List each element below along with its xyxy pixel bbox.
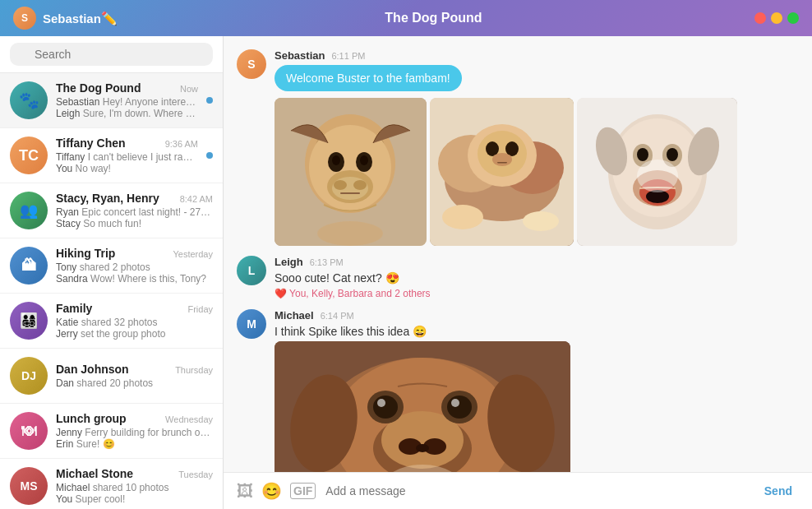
message-text: I think Spike likes this idea 😄 <box>275 325 799 338</box>
svg-point-23 <box>492 153 512 166</box>
input-tools: 🖼 😊 GIF <box>237 481 316 501</box>
conv-avatar: TC <box>10 137 48 174</box>
svg-point-8 <box>360 155 368 165</box>
svg-point-7 <box>332 155 340 165</box>
conv-info: The Dog Pound Now Sebastian Hey! Anyone … <box>56 81 198 119</box>
conv-preview: Sebastian Hey! Anyone interested in... <box>56 96 198 108</box>
svg-point-25 <box>442 205 483 229</box>
message-sender: Michael <box>275 309 314 322</box>
chat-title: The Dog Pound <box>118 11 750 25</box>
unread-indicator <box>206 97 213 104</box>
svg-rect-13 <box>340 192 360 194</box>
conv-name: Dan Johnson <box>56 363 129 376</box>
conv-info: Stacy, Ryan, Henry 8:42 AM Ryan Epic con… <box>56 192 213 229</box>
conversation-item[interactable]: 🍽 Lunch group Wednesday Jenny Ferry buil… <box>0 404 223 459</box>
conv-avatar: MS <box>10 467 48 505</box>
conv-avatar: 🏔 <box>10 247 48 285</box>
conv-preview2: Erin Sure! 😊 <box>56 438 213 450</box>
conv-preview: Katie shared 32 photos <box>56 317 213 328</box>
message-sender: Sebastian <box>275 49 325 62</box>
message-time: 6:11 PM <box>331 51 365 61</box>
conv-avatar: DJ <box>10 357 48 395</box>
svg-point-12 <box>353 180 367 190</box>
emoji-icon[interactable]: 😊 <box>261 481 282 501</box>
search-input[interactable] <box>10 43 213 66</box>
user-avatar: S <box>13 7 36 30</box>
conv-preview: Tiffany I can't believe I just ran into.… <box>56 151 198 163</box>
conversation-item[interactable]: 🏔 Hiking Trip Yesterday Tony shared 2 ph… <box>0 238 223 294</box>
conversation-item[interactable]: TC Tiffany Chen 9:36 AM Tiffany I can't … <box>0 128 223 183</box>
conversation-item[interactable]: 🐾 The Dog Pound Now Sebastian Hey! Anyon… <box>0 73 223 128</box>
send-button[interactable]: Send <box>758 481 799 501</box>
message-time: 6:13 PM <box>310 257 344 267</box>
message-content: Michael 6:14 PM I think Spike likes this… <box>275 309 799 472</box>
message-group: L Leigh 6:13 PM Sooo cute! Cat next? 😍 ❤… <box>237 256 799 299</box>
conversation-list: 🐾 The Dog Pound Now Sebastian Hey! Anyon… <box>0 73 223 509</box>
edit-icon[interactable]: ✏️ <box>101 11 118 26</box>
message-time: 6:14 PM <box>321 311 354 321</box>
message-list: S Sebastian 6:11 PM Welcome Buster to th… <box>224 36 812 472</box>
header-left: S Sebastian <box>13 7 101 30</box>
message-input[interactable] <box>325 484 747 497</box>
photo-icon[interactable]: 🖼 <box>237 482 253 501</box>
photo-1[interactable] <box>275 98 427 246</box>
conv-info: Family Friday Katie shared 32 photos Jer… <box>56 302 213 340</box>
conversation-item[interactable]: 👥 Stacy, Ryan, Henry 8:42 AM Ryan Epic c… <box>0 183 223 238</box>
conv-time: 8:42 AM <box>180 194 213 204</box>
close-button[interactable] <box>754 12 766 24</box>
conv-time: Wednesday <box>165 414 213 424</box>
photo-single[interactable] <box>275 341 799 472</box>
conv-name: Stacy, Ryan, Henry <box>56 192 159 205</box>
conv-info: Hiking Trip Yesterday Tony shared 2 phot… <box>56 247 213 285</box>
conv-preview2: Leigh Sure, I'm down. Where should... <box>56 108 198 119</box>
photo-3[interactable] <box>577 98 737 246</box>
svg-point-26 <box>523 211 559 231</box>
conversation-item[interactable]: MS Michael Stone Tuesday Michael shared … <box>0 459 223 509</box>
message-avatar: S <box>237 49 266 79</box>
svg-point-14 <box>317 221 383 246</box>
app-header: S Sebastian ✏️ The Dog Pound <box>0 0 812 36</box>
conv-avatar: 🍽 <box>10 412 48 450</box>
conv-avatar: 🐾 <box>10 81 48 119</box>
message-content: Leigh 6:13 PM Sooo cute! Cat next? 😍 ❤️ … <box>275 256 799 299</box>
conv-time: Tuesday <box>178 470 213 479</box>
conv-name: The Dog Pound <box>56 81 141 95</box>
conv-info: Lunch group Wednesday Jenny Ferry buildi… <box>56 412 213 450</box>
conv-preview2: You No way! <box>56 163 198 174</box>
svg-point-47 <box>416 444 429 452</box>
conv-time: Now <box>180 84 198 94</box>
current-user-name: Sebastian <box>43 12 101 25</box>
conversation-item[interactable]: 👨‍👩‍👧‍👦 Family Friday Katie shared 32 ph… <box>0 294 223 349</box>
photo-2[interactable] <box>430 98 574 246</box>
conv-preview: Dan shared 20 photos <box>56 377 213 389</box>
search-bar: 🔍 <box>0 36 223 73</box>
message-reaction[interactable]: ❤️ You, Kelly, Barbara and 2 others <box>275 288 799 299</box>
conv-avatar: 👨‍👩‍👧‍👦 <box>10 302 48 340</box>
svg-point-39 <box>637 160 678 192</box>
window-controls <box>750 12 799 24</box>
gif-icon[interactable]: GIF <box>290 483 316 499</box>
sidebar: 🔍 🐾 The Dog Pound Now Sebastian Hey! Any… <box>0 36 224 509</box>
photo-4[interactable] <box>275 341 570 472</box>
conv-time: Yesterday <box>173 249 213 259</box>
message-avatar: L <box>237 256 266 285</box>
conv-preview2: Jerry set the group photo <box>56 328 213 340</box>
conv-info: Dan Johnson Thursday Dan shared 20 photo… <box>56 363 213 389</box>
minimize-button[interactable] <box>771 12 782 24</box>
chat-area: S Sebastian 6:11 PM Welcome Buster to th… <box>224 36 812 509</box>
conv-preview2: You Super cool! <box>56 493 213 505</box>
message-avatar: M <box>237 309 266 339</box>
maximize-button[interactable] <box>787 12 799 24</box>
photo-grid[interactable] <box>275 98 799 246</box>
main-content: 🔍 🐾 The Dog Pound Now Sebastian Hey! Any… <box>0 36 812 509</box>
svg-point-32 <box>637 148 648 161</box>
conversation-item[interactable]: DJ Dan Johnson Thursday Dan shared 20 ph… <box>0 349 223 404</box>
conv-name: Tiffany Chen <box>56 137 126 150</box>
unread-indicator <box>206 152 213 159</box>
conv-preview2: Sandra Wow! Where is this, Tony? <box>56 273 213 285</box>
svg-point-50 <box>373 396 398 419</box>
conv-time: Thursday <box>175 365 213 375</box>
message-content: Sebastian 6:11 PM Welcome Buster to the … <box>275 49 799 246</box>
svg-point-53 <box>451 399 459 407</box>
svg-rect-24 <box>497 162 507 164</box>
